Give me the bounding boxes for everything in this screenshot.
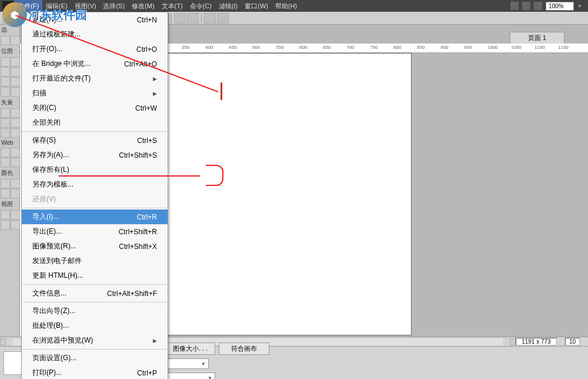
pen-tool[interactable] (11, 108, 20, 118)
logo-badge-icon: ⬢ (2, 2, 27, 27)
menubar: 文件(F) 编辑(E) 视图(V) 选择(S) 修改(M) 文本(T) 命令(C… (0, 0, 588, 12)
hand-icon[interactable] (522, 2, 530, 10)
hotspot-tool[interactable] (1, 148, 10, 157)
stroke-color[interactable] (1, 179, 10, 188)
menu-item-21[interactable]: 文件信息...Ctrl+Alt+Shift+F (22, 286, 168, 301)
zoom-dropdown-icon[interactable]: ▼ (577, 4, 582, 9)
tool-h[interactable] (204, 13, 216, 24)
zoom-icon[interactable] (534, 2, 542, 10)
menu-item-18[interactable]: 发送到电子邮件 (22, 254, 168, 268)
menu-item-24[interactable]: 批处理(B)... (22, 318, 168, 333)
menu-item-3[interactable]: 在 Bridge 中浏览...Ctrl+Alt+O (22, 56, 168, 71)
eraser-tool[interactable] (11, 77, 20, 87)
menu-select[interactable]: 选择(S) (99, 0, 128, 12)
panel-color-label: 颜色 (0, 168, 19, 178)
view-normal[interactable] (1, 210, 10, 220)
scroll-left-icon[interactable] (0, 338, 6, 345)
menu-item-19[interactable]: 更新 HTML(H)... (22, 268, 168, 283)
menu-window[interactable]: 窗口(W) (241, 0, 272, 12)
menu-item-4[interactable]: 打开最近的文件(T)▶ (22, 71, 168, 86)
wand-tool[interactable] (1, 67, 10, 77)
scroll-right-icon[interactable] (510, 338, 516, 345)
menu-item-1[interactable]: 通过模板新建... (22, 27, 168, 42)
tool-f[interactable] (174, 13, 186, 24)
menu-item-25[interactable]: 在浏览器中预览(W)▶ (22, 333, 168, 348)
panel-view-label: 视图 (0, 199, 19, 210)
status-pct: 10 (565, 338, 580, 345)
menu-item-11[interactable]: 保存所有(L) (22, 162, 168, 177)
stamp-tool[interactable] (11, 87, 20, 97)
zoom-input[interactable]: 100% (546, 2, 574, 11)
tool-i[interactable] (217, 13, 229, 24)
menu-item-28[interactable]: 打印(P)...Ctrl+P (22, 365, 168, 379)
slice-tool[interactable] (11, 148, 20, 157)
chevron-down-icon: ▼ (201, 361, 206, 367)
file-menu-dropdown: 新建(N)...Ctrl+N通过模板新建...打开(O)...Ctrl+O在 B… (21, 12, 168, 379)
image-size-button[interactable]: 图像大小. . . (165, 343, 215, 355)
pointer-tool[interactable] (1, 36, 10, 45)
canvas-dimensions: 1191 x 773 (516, 338, 557, 345)
page-tab[interactable]: 页面 1 (510, 32, 564, 44)
menu-filters[interactable]: 滤镜(I) (215, 0, 241, 12)
menu-item-16[interactable]: 导出(E)...Ctrl+Shift+R (22, 224, 168, 239)
show-tool[interactable] (11, 158, 20, 167)
menu-help[interactable]: 帮助(H) (272, 0, 300, 12)
menu-item-12[interactable]: 另存为模板... (22, 177, 168, 192)
brush-tool[interactable] (11, 67, 20, 77)
blur-tool[interactable] (1, 87, 10, 97)
logo-text: 河东软件园 (28, 7, 87, 23)
menu-item-17[interactable]: 图像预览(R)...Ctrl+Shift+X (22, 239, 168, 254)
menu-item-15[interactable]: 导入(I)...Ctrl+R (22, 210, 168, 224)
menu-item-7[interactable]: 全部关闭 (22, 115, 168, 130)
menu-item-5[interactable]: 扫描▶ (22, 86, 168, 101)
freeform-tool[interactable] (1, 128, 10, 138)
marquee-tool[interactable] (1, 57, 10, 67)
menu-commands[interactable]: 命令(C) (186, 0, 215, 12)
subselect-tool[interactable] (11, 36, 20, 45)
rect-tool[interactable] (1, 118, 10, 128)
chevron-down-icon: ▼ (208, 375, 212, 380)
swap-colors[interactable] (11, 189, 20, 198)
panel-bitmap-label: 位图 (0, 46, 19, 56)
line-tool[interactable] (1, 108, 10, 118)
panel-vector-label: 矢量 (0, 97, 19, 108)
menu-modify[interactable]: 修改(M) (128, 0, 158, 12)
menu-item-13[interactable]: 还原(V) (22, 192, 168, 207)
left-panel: 选 位图 矢量 Web 颜色 视图 (0, 25, 20, 337)
menu-item-2[interactable]: 打开(O)...Ctrl+O (22, 42, 168, 56)
text-tool[interactable] (11, 118, 20, 128)
layout-icon[interactable] (510, 2, 519, 10)
hide-tool[interactable] (1, 158, 10, 167)
menu-item-9[interactable]: 保存(S)Ctrl+S (22, 133, 168, 148)
view-full[interactable] (11, 210, 20, 220)
menu-item-27[interactable]: 页面设置(G)... (22, 351, 168, 365)
hand-tool[interactable] (1, 220, 10, 230)
menu-text[interactable]: 文本(T) (158, 0, 186, 12)
panel-web-label: Web (0, 138, 19, 147)
fit-canvas-button[interactable]: 符合画布 (219, 343, 269, 355)
zoom-tool[interactable] (11, 220, 20, 230)
menu-item-10[interactable]: 另存为(A)...Ctrl+Shift+S (22, 148, 168, 162)
tool-g[interactable] (187, 13, 199, 24)
site-logo: ⬢ 河东软件园 (2, 2, 87, 27)
default-colors[interactable] (1, 189, 10, 198)
pencil-tool[interactable] (1, 77, 10, 87)
menu-item-23[interactable]: 导出向导(Z)... (22, 304, 168, 318)
menu-item-6[interactable]: 关闭(C)Ctrl+W (22, 101, 168, 115)
lasso-tool[interactable] (11, 57, 20, 67)
knife-tool[interactable] (11, 128, 20, 138)
fill-color[interactable] (11, 179, 20, 188)
